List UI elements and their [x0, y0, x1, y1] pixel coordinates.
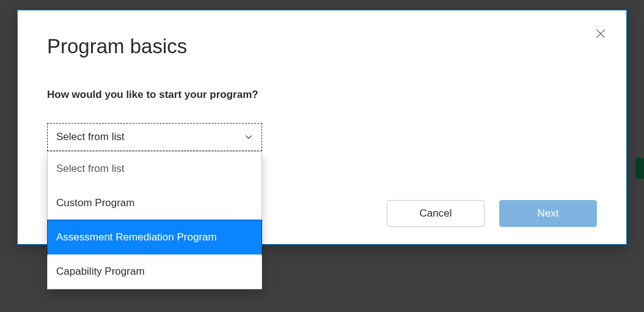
modal-title: Program basics [47, 35, 597, 58]
program-basics-modal: Program basics How would you like to sta… [17, 10, 627, 245]
close-button[interactable] [595, 28, 607, 40]
next-button-label: Next [538, 207, 559, 220]
close-icon [595, 28, 607, 40]
dropdown-option-capability-program[interactable]: Capability Program [48, 254, 262, 289]
program-select-trigger[interactable]: Select from list [47, 123, 262, 151]
cancel-button-label: Cancel [420, 207, 452, 220]
next-button[interactable]: Next [499, 200, 597, 227]
dropdown-option-custom-program[interactable]: Custom Program [48, 186, 262, 220]
chevron-down-icon [244, 133, 253, 141]
dropdown-option-placeholder[interactable]: Select from list [48, 152, 262, 186]
program-select-value: Select from list [56, 131, 124, 143]
modal-footer: Cancel Next [387, 200, 597, 227]
program-select-dropdown: Select from list Custom Program Assessme… [47, 151, 262, 289]
dropdown-option-assessment-remediation[interactable]: Assessment Remediation Program [47, 220, 262, 255]
background-accent-strip [635, 158, 644, 179]
cancel-button[interactable]: Cancel [387, 200, 485, 227]
program-select: Select from list Select from list Custom… [47, 123, 262, 151]
start-question-label: How would you like to start your program… [47, 89, 597, 101]
